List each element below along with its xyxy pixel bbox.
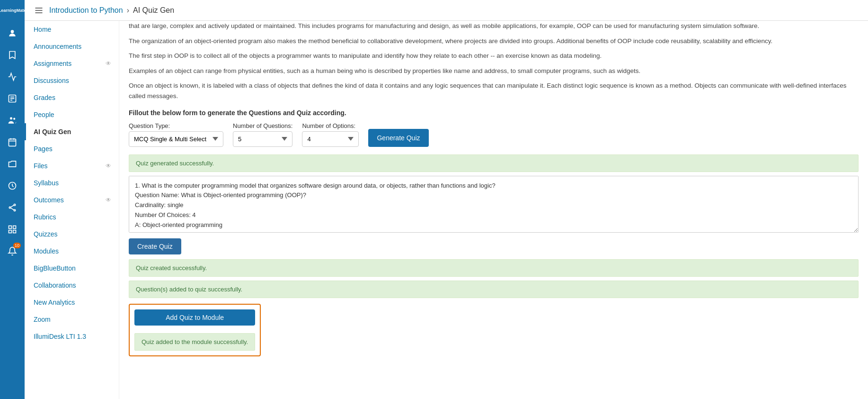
generate-quiz-button[interactable]: Generate Quiz (368, 129, 428, 147)
svg-point-5 (10, 117, 12, 119)
main-container: Introduction to Python › AI Quiz Gen Hom… (25, 0, 868, 399)
nav-item-quizzes[interactable]: Quizzes (25, 226, 119, 243)
quiz-form-row: Question Type: MCQ Single & Multi Select… (129, 122, 859, 147)
num-options-label: Number of Options: (302, 122, 359, 129)
people-icon[interactable] (2, 110, 23, 131)
avatar-icon[interactable] (2, 23, 23, 44)
num-questions-select[interactable]: 1 2 3 4 5 10 (233, 131, 292, 147)
breadcrumb-course-link[interactable]: Introduction to Python (49, 6, 123, 15)
svg-rect-19 (9, 230, 12, 233)
question-type-label: Question Type: (129, 122, 223, 129)
content-paragraph-4: Examples of an object can range from phy… (129, 66, 859, 76)
share-icon[interactable] (2, 197, 23, 218)
num-options-group: Number of Options: 2 3 4 5 (302, 122, 359, 147)
question-type-group: Question Type: MCQ Single & Multi Select… (129, 122, 223, 147)
content-paragraph-2: The organization of an object-oriented p… (129, 36, 859, 46)
num-questions-group: Number of Questions: 1 2 3 4 5 10 (233, 122, 292, 147)
svg-point-6 (13, 118, 15, 120)
assignments-eye-icon: 👁 (106, 60, 111, 67)
breadcrumb-current-page: AI Quiz Gen (133, 6, 174, 15)
nav-item-collaborations[interactable]: Collaborations (25, 277, 119, 294)
outcomes-eye-icon: 👁 (106, 197, 111, 203)
create-quiz-button[interactable]: Create Quiz (129, 238, 181, 254)
form-instruction: Fillout the below form to generate the Q… (129, 109, 859, 117)
svg-rect-20 (13, 230, 16, 233)
nav-item-rubrics[interactable]: Rubrics (25, 209, 119, 226)
nav-item-grades[interactable]: Grades (25, 89, 119, 106)
content-paragraph-1: that are large, complex and actively upd… (129, 21, 859, 31)
svg-rect-7 (9, 139, 16, 146)
svg-point-0 (11, 30, 14, 33)
nav-item-people[interactable]: People (25, 106, 119, 123)
left-nav: Home Announcements Assignments 👁 Discuss… (25, 21, 119, 399)
question-type-select[interactable]: MCQ Single & Multi SelectTrue/FalseShort… (129, 131, 223, 147)
add-quiz-to-module-button[interactable]: Add Quiz to Module (134, 309, 255, 326)
notifications-icon[interactable]: 10 (2, 241, 23, 262)
nav-item-syllabus[interactable]: Syllabus (25, 174, 119, 191)
nav-item-assignments[interactable]: Assignments 👁 (25, 55, 119, 72)
clock-icon[interactable] (2, 175, 23, 196)
nav-item-announcements[interactable]: Announcements (25, 38, 119, 55)
num-options-select[interactable]: 2 3 4 5 (302, 131, 359, 147)
calendar-icon[interactable] (2, 132, 23, 153)
questions-added-banner: Question(s) added to quiz successfully. (129, 281, 859, 298)
nav-item-files[interactable]: Files 👁 (25, 157, 119, 174)
nav-item-illumidesk[interactable]: IllumiDesk LTI 1.3 (25, 328, 119, 345)
breadcrumb-separator: › (127, 6, 129, 15)
nav-item-home[interactable]: Home (25, 21, 119, 38)
icon-bar: LearningMate 10 (0, 0, 25, 399)
nav-item-ai-quiz-gen[interactable]: AI Quiz Gen (25, 123, 119, 140)
nav-item-discussions[interactable]: Discussions (25, 72, 119, 89)
nav-item-bigbluebutton[interactable]: BigBlueButton (25, 260, 119, 277)
app-logo: LearningMate (3, 4, 22, 18)
svg-point-13 (9, 207, 10, 208)
quiz-output-textarea[interactable]: 1. What is the computer programming mode… (129, 176, 859, 233)
nav-item-modules[interactable]: Modules (25, 243, 119, 260)
quiz-generated-banner: Quiz generated successfully. (129, 154, 859, 172)
page-content: that are large, complex and actively upd… (119, 21, 868, 399)
nav-item-pages[interactable]: Pages (25, 140, 119, 157)
nav-item-zoom[interactable]: Zoom (25, 311, 119, 328)
top-header: Introduction to Python › AI Quiz Gen (25, 0, 868, 21)
svg-point-14 (14, 209, 15, 211)
hamburger-button[interactable] (32, 4, 45, 17)
content-wrapper: Home Announcements Assignments 👁 Discuss… (25, 21, 868, 399)
svg-rect-17 (9, 226, 12, 229)
num-questions-label: Number of Questions: (233, 122, 292, 129)
svg-rect-18 (13, 226, 16, 229)
document-icon[interactable] (2, 88, 23, 109)
content-paragraph-5: Once an object is known, it is labeled w… (129, 81, 859, 101)
notifications-badge: 10 (13, 243, 21, 248)
activity-icon[interactable] (2, 66, 23, 87)
svg-line-16 (11, 208, 14, 210)
folder-icon[interactable] (2, 154, 23, 174)
content-paragraph-3: The first step in OOP is to collect all … (129, 51, 859, 61)
nav-item-new-analytics[interactable]: New Analytics (25, 294, 119, 311)
nav-item-outcomes[interactable]: Outcomes 👁 (25, 191, 119, 209)
svg-point-12 (14, 204, 15, 206)
quiz-output-text: 1. What is the computer programming mode… (135, 182, 496, 233)
files-eye-icon: 👁 (106, 163, 111, 169)
bookmark-icon[interactable] (2, 45, 23, 65)
quiz-added-banner: Quiz added to the module successfully. (134, 333, 255, 351)
quiz-created-banner: Quiz created successfully. (129, 259, 859, 277)
add-module-box: Add Quiz to Module Quiz added to the mod… (129, 304, 261, 356)
svg-line-15 (11, 205, 14, 207)
apps-icon[interactable] (2, 219, 23, 240)
